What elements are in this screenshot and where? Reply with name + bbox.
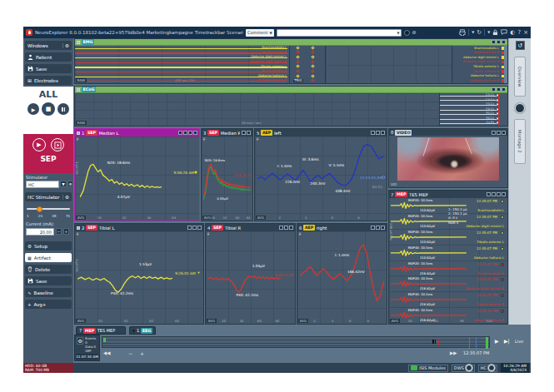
slider-handle[interactable] — [37, 206, 42, 212]
dws-knob[interactable] — [466, 365, 472, 371]
skip-to-end-button[interactable]: ▶| — [504, 338, 510, 344]
maximize-button[interactable] — [381, 131, 385, 135]
maximize-button[interactable] — [381, 226, 385, 230]
chevron-down-icon[interactable]: ▼ — [487, 31, 490, 34]
stim-marker-diamond[interactable] — [311, 74, 314, 77]
tab-tes-mep[interactable]: 7MEPTES MEP — [76, 326, 126, 335]
chevron-down-icon[interactable]: ▼ — [472, 31, 474, 34]
aep-right-header[interactable]: 6 AEP right — [297, 224, 387, 231]
hc-control[interactable]: HC — [478, 365, 497, 372]
chat-icon[interactable] — [501, 29, 507, 36]
setup-button[interactable]: ⚙Setup — [25, 241, 72, 251]
artifact-button[interactable]: ▦Artifact — [25, 253, 72, 262]
zoom-out-button[interactable]: − — [128, 350, 132, 356]
stim-marker-diamond[interactable] — [311, 69, 314, 72]
windows-button[interactable]: Windows⚙ — [25, 41, 72, 50]
minimize-button[interactable] — [376, 226, 380, 230]
stim-marker-diamond[interactable] — [296, 51, 299, 54]
sep-play-button[interactable]: ▶ — [32, 138, 46, 151]
stim-marker-diamond[interactable] — [296, 69, 299, 72]
stop-all-button[interactable]: ■ — [42, 102, 55, 116]
ecog-panel-header[interactable]: ECoG — [75, 87, 507, 93]
isis-modules-status[interactable]: ISIS Modules — [408, 365, 448, 372]
save-button[interactable]: Save — [25, 64, 72, 73]
settings-button[interactable] — [492, 192, 496, 196]
decrement-button[interactable]: − — [56, 228, 62, 235]
mep-marker-dot[interactable] — [501, 216, 504, 219]
emg-scrollbar[interactable] — [504, 46, 507, 83]
minimize-button[interactable] — [376, 131, 380, 135]
stim-marker-diamond[interactable] — [311, 46, 314, 49]
minimize-button[interactable] — [188, 131, 192, 135]
zoom-in-button[interactable]: + — [140, 350, 144, 356]
trace-marker-dot[interactable] — [197, 271, 201, 275]
chevron-down-icon[interactable]: ▼ — [60, 181, 67, 187]
pause-event-marker[interactable] — [432, 340, 436, 344]
baseline-button[interactable]: ∿Baseline — [25, 288, 72, 297]
mep-marker-dot[interactable] — [501, 263, 504, 266]
patient-button[interactable]: Patient — [25, 52, 72, 62]
dws-control[interactable]: DWS — [452, 365, 475, 372]
sep-median-r-header[interactable]: 3 SEP Median R — [202, 129, 252, 136]
popout-button[interactable] — [178, 131, 182, 135]
popout-button[interactable] — [492, 87, 496, 92]
mep-marker-dot[interactable] — [501, 247, 504, 251]
stim-marker-diamond[interactable] — [296, 74, 299, 77]
maximize-button[interactable] — [247, 131, 251, 135]
stim-marker-diamond[interactable] — [296, 65, 299, 68]
contrast-icon[interactable]: ◐ — [510, 30, 515, 36]
gear-icon[interactable]: ⚙ — [67, 181, 73, 187]
comment-dropdown[interactable]: Comment▼ — [246, 29, 274, 37]
mep-marker-dot[interactable] — [501, 200, 504, 203]
snapshot-timestamp[interactable]: 11:07:34 AM — [76, 354, 98, 360]
mep-marker-dot[interactable] — [501, 278, 504, 281]
maximize-button[interactable] — [502, 131, 506, 135]
stim-marker-diamond[interactable] — [311, 51, 314, 54]
play-all-button[interactable]: ▶ — [27, 103, 39, 115]
maximize-button[interactable] — [502, 87, 506, 92]
lock-icon[interactable] — [492, 29, 498, 36]
stim-marker-diamond[interactable] — [296, 55, 299, 58]
emg-panel-header[interactable]: EMG — [75, 39, 507, 46]
gear-icon[interactable]: ⚙ — [77, 337, 83, 345]
popout-button[interactable] — [187, 226, 192, 230]
gear-icon[interactable]: ⚙ — [62, 43, 69, 48]
timeline-start-marker[interactable] — [103, 338, 106, 342]
maximize-button[interactable] — [289, 226, 293, 230]
minimize-button[interactable] — [497, 40, 501, 44]
stim-marker-diamond[interactable] — [296, 60, 299, 63]
maximize-button[interactable] — [502, 192, 506, 196]
timeline-track[interactable] — [102, 336, 490, 348]
minimize-button[interactable] — [284, 226, 288, 230]
minimize-button[interactable] — [242, 131, 246, 135]
electrodes-button[interactable]: ⊞Electrodes — [25, 76, 72, 85]
sep-tibial-r-header[interactable]: 4 SEP Tibial R — [206, 224, 295, 231]
close-icon[interactable]: × — [523, 30, 528, 36]
gear-icon[interactable]: ⚙ — [62, 195, 69, 200]
sep-single-button[interactable] — [51, 138, 64, 151]
current-slider[interactable] — [27, 208, 70, 210]
minimize-button[interactable] — [192, 226, 197, 230]
undo-button[interactable]: ↺ — [516, 41, 525, 50]
sep-tibial-l-header[interactable]: 2 SEP Tibial L — [75, 224, 203, 231]
minimize-button[interactable] — [497, 87, 501, 92]
sep-median-l-header[interactable]: 1 SEP Median L — [75, 129, 199, 136]
tab-montage-2[interactable]: Montage 2 — [514, 119, 526, 164]
print-icon[interactable] — [459, 29, 466, 36]
popout-button[interactable] — [492, 131, 496, 135]
pause-all-button[interactable] — [57, 103, 69, 115]
trace-marker-dot[interactable] — [194, 171, 197, 174]
stim-marker-diamond[interactable] — [311, 65, 314, 68]
play-button[interactable]: ▶ — [495, 338, 499, 344]
maximize-button[interactable] — [502, 40, 506, 44]
mep-marker-dot[interactable] — [501, 294, 504, 297]
rewind-button[interactable]: ◀◀ — [103, 350, 110, 355]
no-entry-icon[interactable]: ⊘ — [412, 30, 417, 35]
popout-button[interactable] — [371, 226, 375, 230]
avg-button[interactable]: +Avg+ — [25, 300, 72, 309]
timeline-playhead[interactable] — [486, 337, 488, 349]
stim-marker-diamond[interactable] — [311, 55, 314, 58]
popout-button[interactable] — [487, 192, 491, 196]
comment-input[interactable]: ▼ — [277, 29, 402, 37]
rotary-knob[interactable] — [515, 103, 525, 113]
